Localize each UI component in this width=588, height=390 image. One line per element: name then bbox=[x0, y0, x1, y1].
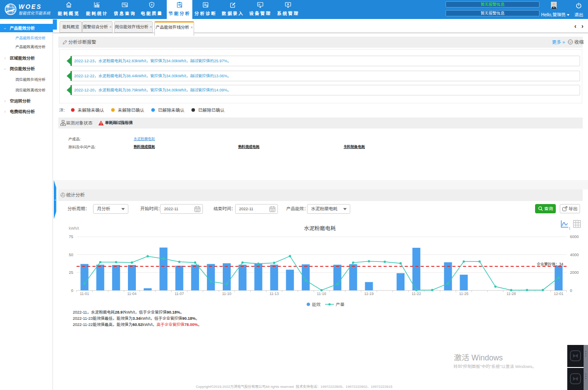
svg-text:0: 0 bbox=[570, 288, 572, 293]
svg-text:0: 0 bbox=[71, 288, 73, 293]
svg-text:11-19: 11-19 bbox=[364, 292, 374, 296]
svg-text:11-13: 11-13 bbox=[270, 292, 279, 296]
svg-text:2000: 2000 bbox=[570, 270, 579, 275]
svg-text:4000: 4000 bbox=[570, 253, 579, 257]
svg-text:11-16: 11-16 bbox=[317, 292, 326, 296]
svg-text:11-10: 11-10 bbox=[222, 292, 231, 296]
svg-text:75: 75 bbox=[69, 235, 73, 239]
svg-text:11-25: 11-25 bbox=[459, 292, 468, 296]
svg-text:企业管控值：34: 企业管控值：34 bbox=[537, 262, 564, 266]
svg-text:12-01: 12-01 bbox=[554, 292, 564, 296]
svg-text:产量: 产量 bbox=[336, 302, 345, 307]
svg-text:11-28: 11-28 bbox=[506, 292, 516, 296]
svg-text:50: 50 bbox=[69, 253, 73, 257]
svg-text:25: 25 bbox=[69, 270, 73, 275]
svg-text:11-01: 11-01 bbox=[80, 292, 89, 296]
svg-text:11-22: 11-22 bbox=[412, 292, 421, 296]
svg-text:11-04: 11-04 bbox=[127, 292, 136, 296]
svg-text:11-07: 11-07 bbox=[175, 292, 184, 296]
svg-text:6000: 6000 bbox=[570, 235, 579, 239]
svg-text:能效: 能效 bbox=[312, 302, 321, 307]
